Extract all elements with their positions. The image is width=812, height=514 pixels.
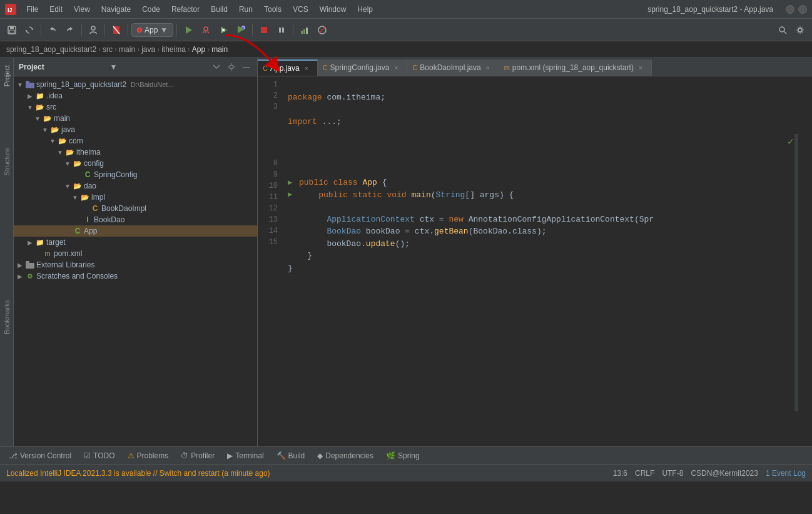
bottom-tab-dependencies[interactable]: ◆ Dependencies — [312, 450, 378, 462]
tree-idea[interactable]: ▶ 📁 .idea — [14, 90, 257, 101]
breadcrumb-app[interactable]: App — [192, 45, 205, 54]
bookmarks-toggle[interactable]: Bookmarks — [2, 297, 12, 337]
breadcrumb-main[interactable]: main — [119, 45, 135, 54]
menu-build[interactable]: Build — [206, 4, 233, 15]
tree-root[interactable]: ▼ spring_18_aop_quickstart2 D:\BaiduNet.… — [14, 79, 257, 90]
maximize-button[interactable]: □ — [798, 5, 807, 14]
tab-app-java[interactable]: C App.java × — [258, 59, 318, 76]
tree-com[interactable]: ▼ 📂 com — [14, 135, 257, 146]
tab-bookdaoimpl[interactable]: C BookDaoImpl.java × — [407, 59, 499, 76]
tree-impl[interactable]: ▼ 📂 impl — [14, 192, 257, 203]
tab-pomxml[interactable]: m pom.xml (spring_18_aop_quickstart) × — [499, 59, 652, 76]
no-coverage-button[interactable] — [314, 22, 330, 38]
tree-java[interactable]: ▼ 📂 java — [14, 124, 257, 135]
cursor-position: 13:6 — [613, 469, 627, 478]
menu-refactor[interactable]: Refactor — [166, 4, 205, 15]
file-tabs: C App.java × C SpringConfig.java × C Boo… — [258, 58, 812, 76]
settings-button[interactable] — [792, 22, 808, 38]
tab-springconfig[interactable]: C SpringConfig.java × — [318, 59, 408, 76]
project-panel-close-button[interactable]: — — [241, 61, 252, 73]
project-panel-toggle[interactable]: Project — [2, 63, 12, 89]
menu-vcs[interactable]: VCS — [288, 4, 313, 15]
git-user: CSDN@Kermit2023 — [691, 469, 758, 478]
bottom-tab-build[interactable]: 🔨 Build — [272, 450, 310, 462]
structure-toggle[interactable]: Structure — [2, 145, 12, 178]
project-tree-collapse-button[interactable] — [211, 61, 222, 73]
tree-external-libs[interactable]: ▶ External Libraries — [14, 259, 257, 270]
version-control-icon: ⎇ — [9, 451, 18, 460]
undo-button[interactable] — [44, 22, 61, 38]
tree-src[interactable]: ▼ 📂 src — [14, 101, 257, 113]
code-editor[interactable]: 1 2 3 8 9 10 11 12 13 14 15 — [258, 76, 812, 446]
todo-icon: ☑ — [84, 451, 91, 460]
tree-dao[interactable]: ▼ 📂 dao — [14, 180, 257, 192]
bottom-tab-terminal[interactable]: ▶ Terminal — [222, 450, 268, 462]
run-config-selector[interactable]: App ▼ — [131, 23, 173, 37]
project-dropdown-icon[interactable]: ▼ — [110, 63, 118, 71]
tree-pomxml[interactable]: ▶ m pom.xml — [14, 248, 257, 259]
tab-pomxml-close[interactable]: × — [636, 63, 645, 72]
minimize-button[interactable]: ─ — [786, 5, 794, 14]
tree-bookdao[interactable]: ▶ I BookDao — [14, 214, 257, 225]
menu-view[interactable]: View — [69, 4, 95, 15]
event-log[interactable]: 1 Event Log — [766, 469, 806, 478]
menu-navigate[interactable]: Navigate — [96, 4, 136, 15]
breadcrumb-itheima[interactable]: itheima — [161, 45, 186, 54]
tree-target[interactable]: ▶ 📁 target — [14, 237, 257, 248]
menu-run[interactable]: Run — [234, 4, 258, 15]
status-warning: Localized IntelliJ IDEA 2021.3.3 is avai… — [6, 469, 607, 478]
code-content[interactable]: package com.itheima; import ...; ▶public… — [283, 76, 812, 446]
breadcrumb-src[interactable]: src — [103, 45, 113, 54]
search-everywhere-button[interactable] — [774, 22, 791, 38]
tree-springconfig[interactable]: ▶ C SpringConfig — [14, 169, 257, 180]
breadcrumb-project[interactable]: spring_18_aop_quickstart2 — [6, 45, 96, 54]
debug-button[interactable] — [198, 22, 214, 38]
tree-itheima[interactable]: ▼ 📂 itheima — [14, 146, 257, 158]
menu-window[interactable]: Window — [315, 4, 352, 15]
editor-scrollbar[interactable] — [794, 134, 798, 411]
tab-app-close[interactable]: × — [302, 64, 311, 73]
menu-tools[interactable]: Tools — [259, 4, 287, 15]
terminal-icon: ▶ — [227, 451, 233, 460]
bottom-tab-profiler[interactable]: ⏱ Profiler — [176, 450, 220, 462]
menu-edit[interactable]: Edit — [44, 4, 68, 15]
project-wizard-button[interactable] — [85, 22, 101, 38]
breadcrumb-java[interactable]: java — [141, 45, 155, 54]
svg-point-27 — [230, 65, 233, 69]
problems-label: Problems — [137, 451, 169, 460]
run-coverage-button[interactable] — [215, 22, 231, 38]
menu-code[interactable]: Code — [137, 4, 165, 15]
bookmark-button[interactable] — [108, 22, 124, 38]
tree-java-label: java — [61, 125, 75, 134]
coverage-icon-button[interactable] — [297, 22, 313, 38]
tab-bookdaoimpl-close[interactable]: × — [484, 63, 492, 72]
tree-dao-label: dao — [84, 182, 96, 190]
tab-springconfig-close[interactable]: × — [392, 63, 400, 72]
project-tree-options-button[interactable] — [226, 61, 237, 73]
synchronize-button[interactable] — [21, 22, 38, 38]
save-all-button[interactable] — [4, 22, 20, 38]
run-profiler-button[interactable]: P — [233, 22, 249, 38]
tree-config[interactable]: ▼ 📂 config — [14, 158, 257, 169]
tree-target-label: target — [46, 238, 66, 247]
bottom-tab-problems[interactable]: ⚠ Problems — [123, 450, 174, 462]
tree-scratches-icon: ⚙ — [26, 272, 34, 280]
svg-marker-10 — [186, 26, 192, 34]
bottom-tab-spring[interactable]: 🌿 Spring — [381, 450, 425, 462]
tree-scratches[interactable]: ▶ ⚙ Scratches and Consoles — [14, 270, 257, 282]
breadcrumb-method[interactable]: main — [211, 45, 228, 54]
tree-app[interactable]: ▶ C App — [14, 225, 257, 237]
bottom-tab-todo[interactable]: ☑ TODO — [79, 450, 119, 462]
tree-impl-icon: 📂 — [81, 193, 89, 202]
bottom-tab-version-control[interactable]: ⎇ Version Control — [4, 450, 76, 462]
run-button[interactable] — [180, 22, 196, 38]
redo-button[interactable] — [62, 22, 78, 38]
menu-help[interactable]: Help — [352, 4, 378, 15]
stop-button[interactable] — [256, 22, 272, 38]
tree-target-icon: 📁 — [36, 238, 44, 247]
tree-bookdaoimpl[interactable]: ▶ C BookDaoImpl — [14, 203, 257, 214]
menu-file[interactable]: File — [21, 4, 43, 15]
pause-button[interactable] — [273, 22, 290, 38]
tree-main[interactable]: ▼ 📂 main — [14, 113, 257, 124]
status-bar: Localized IntelliJ IDEA 2021.3.3 is avai… — [0, 464, 812, 481]
